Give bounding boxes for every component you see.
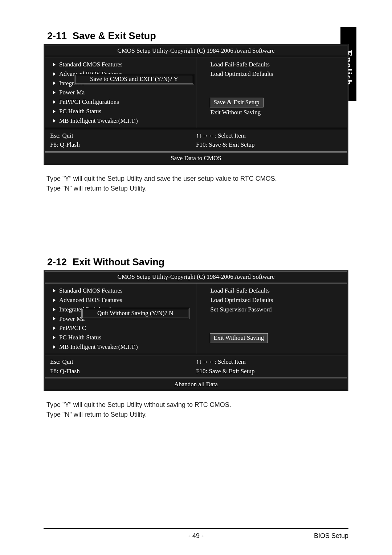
quit-confirm-dialog[interactable]: Quit Without Saving (Y/N)? N xyxy=(81,308,189,319)
body-text-1b: Type "N" will return to Setup Utility. xyxy=(44,184,348,193)
triangle-icon xyxy=(53,100,56,104)
triangle-icon xyxy=(53,63,56,66)
menu-item[interactable]: PnP/PCI C xyxy=(50,323,191,333)
menu-item[interactable]: Advanced BIOS Features xyxy=(50,295,191,305)
menu-item-highlighted[interactable]: Exit Without Saving xyxy=(201,333,342,343)
key-f8: F8: Q-Flash xyxy=(50,140,196,150)
bios-hint-1: Save Data to CMOS xyxy=(45,153,347,164)
menu-item[interactable]: Load Optimized Defaults xyxy=(201,295,342,305)
bios-right-col-2: Load Fail-Safe Defaults Load Optimized D… xyxy=(196,283,347,354)
page-footer: - 49 - BIOS Setup xyxy=(44,532,348,540)
bios-footer-2: Esc: Quit F8: Q-Flash ↑↓→←: Select Item … xyxy=(45,355,347,378)
key-f8: F8: Q-Flash xyxy=(50,367,196,376)
menu-item xyxy=(201,323,342,333)
menu-item[interactable]: Standard CMOS Features xyxy=(50,60,191,69)
section-number-1: 2-11 xyxy=(47,30,67,41)
dialog-text: Quit Without Saving (Y/N)? N xyxy=(97,310,173,317)
menu-item xyxy=(201,314,342,324)
triangle-icon xyxy=(53,91,56,94)
menu-item xyxy=(201,79,342,88)
body-text-2a: Type "Y" will quit the Setup Utility wit… xyxy=(44,400,348,410)
triangle-icon xyxy=(53,336,56,339)
key-arrows: ↑↓→←: Select Item xyxy=(196,131,342,140)
triangle-icon xyxy=(53,119,56,123)
menu-item-highlighted[interactable]: Save & Exit Setup xyxy=(201,97,342,108)
menu-item[interactable]: Load Fail-Safe Defaults xyxy=(201,60,342,69)
triangle-icon xyxy=(53,308,56,311)
menu-item[interactable]: MB Intelligent Tweaker(M.I.T.) xyxy=(50,116,191,126)
menu-item[interactable]: MB Intelligent Tweaker(M.I.T.) xyxy=(50,342,191,352)
body-text-2b: Type "N" will return to Setup Utility. xyxy=(44,410,348,420)
key-esc: Esc: Quit xyxy=(50,357,196,367)
menu-item[interactable]: Load Optimized Defaults xyxy=(201,69,342,79)
bios-box-exit-no-save: CMOS Setup Utility-Copyright (C) 1984-20… xyxy=(44,270,348,391)
triangle-icon xyxy=(53,326,56,330)
triangle-icon xyxy=(53,289,56,293)
bios-left-col-1: Standard CMOS Features Advanced BIOS Fea… xyxy=(45,57,196,128)
footer-divider xyxy=(44,528,348,529)
triangle-icon xyxy=(53,81,56,85)
dialog-text: Save to CMOS and EXIT (Y/N)? Y xyxy=(90,76,178,82)
section-heading-2: 2-12Exit Without Saving xyxy=(44,257,348,268)
section-number-2: 2-12 xyxy=(47,257,67,268)
menu-item xyxy=(201,88,342,97)
bios-hint-2: Abandon all Data xyxy=(45,379,347,390)
triangle-icon xyxy=(53,72,56,76)
bios-box-save-exit: CMOS Setup Utility-Copyright (C) 1984-20… xyxy=(44,44,348,165)
bios-title-1: CMOS Setup Utility-Copyright (C) 1984-20… xyxy=(45,45,347,56)
section-title-2: Exit Without Saving xyxy=(73,257,164,268)
menu-item[interactable]: Standard CMOS Features xyxy=(50,286,191,295)
save-confirm-dialog[interactable]: Save to CMOS and EXIT (Y/N)? Y xyxy=(74,74,194,85)
menu-item[interactable]: PC Health Status xyxy=(50,333,191,342)
page-number: - 49 - xyxy=(44,532,348,540)
page-content: 2-11Save & Exit Setup CMOS Setup Utility… xyxy=(0,0,392,443)
bios-right-col-1: Load Fail-Safe Defaults Load Optimized D… xyxy=(196,57,347,128)
triangle-icon xyxy=(53,298,56,302)
triangle-icon xyxy=(53,317,56,321)
menu-item[interactable]: Load Fail-Safe Defaults xyxy=(201,286,342,295)
triangle-icon xyxy=(53,110,56,113)
menu-item[interactable]: Set Supervisor Password xyxy=(201,305,342,314)
key-esc: Esc: Quit xyxy=(50,131,196,140)
body-text-1a: Type "Y" will quit the Setup Utility and… xyxy=(44,174,348,184)
triangle-icon xyxy=(53,345,56,349)
bios-title-2: CMOS Setup Utility-Copyright (C) 1984-20… xyxy=(45,272,347,282)
key-f10: F10: Save & Exit Setup xyxy=(196,140,342,150)
key-f10: F10: Save & Exit Setup xyxy=(196,367,342,376)
menu-item[interactable]: Power Ma xyxy=(50,88,191,97)
bios-footer-1: Esc: Quit F8: Q-Flash ↑↓→←: Select Item … xyxy=(45,129,347,152)
key-arrows: ↑↓→←: Select Item xyxy=(196,357,342,367)
menu-item[interactable]: Exit Without Saving xyxy=(201,108,342,117)
menu-item[interactable]: PC Health Status xyxy=(50,107,191,116)
menu-item[interactable]: PnP/PCI Configurations xyxy=(50,97,191,107)
section-heading-1: 2-11Save & Exit Setup xyxy=(44,30,348,42)
section-title-1: Save & Exit Setup xyxy=(73,30,156,41)
